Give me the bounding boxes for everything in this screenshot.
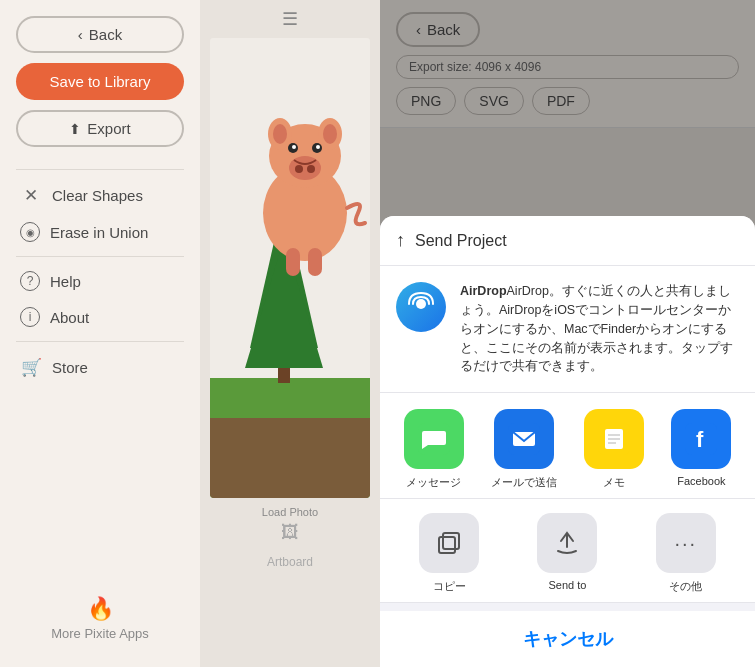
sidebar-item-erase-union[interactable]: ◉ Erase in Union <box>16 214 184 250</box>
right-panel: ‹ Back Export size: 4096 x 4096 PNG SVG … <box>380 0 755 667</box>
main-canvas-area: ☰ <box>200 0 380 667</box>
sendto-label: Send to <box>549 579 587 591</box>
clear-shapes-icon: ✕ <box>20 184 42 206</box>
load-photo-icon: 🖼 <box>281 522 299 543</box>
cancel-button[interactable]: キャンセル <box>380 611 755 667</box>
sidebar-item-store[interactable]: 🛒 Store <box>16 348 184 386</box>
mail-icon <box>494 409 554 469</box>
send-project-row[interactable]: ↑ Send Project <box>380 216 755 266</box>
messages-icon <box>404 409 464 469</box>
airdrop-rings-icon <box>407 290 435 324</box>
other-icon: ··· <box>656 513 716 573</box>
sidebar-item-clear-shapes[interactable]: ✕ Clear Shapes <box>16 176 184 214</box>
svg-point-13 <box>295 165 303 173</box>
share-apps-row: メッセージ メールで送信 メモ f <box>380 393 755 499</box>
svg-text:f: f <box>696 427 704 452</box>
sidebar-item-help[interactable]: ? Help <box>16 263 184 299</box>
divider-3 <box>16 341 184 342</box>
svg-point-17 <box>292 145 296 149</box>
copy-icon <box>419 513 479 573</box>
share-sendto[interactable]: Send to <box>537 513 597 594</box>
notes-label: メモ <box>603 475 625 490</box>
facebook-icon: f <box>671 409 731 469</box>
send-project-label: Send Project <box>415 232 507 250</box>
airdrop-header: AirDropAirDrop。すぐに近くの人と共有しましょう。AirDropをi… <box>380 266 755 393</box>
store-icon: 🛒 <box>20 356 42 378</box>
share-app-notes[interactable]: メモ <box>584 409 644 490</box>
sidebar: ‹ Back Save to Library ⬆ Export ✕ Clear … <box>0 0 200 667</box>
help-icon: ? <box>20 271 40 291</box>
export-button[interactable]: ⬆ Export <box>16 110 184 147</box>
share-sheet-overlay: ↑ Send Project AirDropAirDrop。すぐに近くの人と共有 <box>380 0 755 667</box>
facebook-label: Facebook <box>677 475 725 487</box>
divider-2 <box>16 256 184 257</box>
svg-point-11 <box>323 124 337 144</box>
share-more-row: コピー Send to ··· その他 <box>380 499 755 603</box>
messages-label: メッセージ <box>406 475 461 490</box>
svg-point-14 <box>307 165 315 173</box>
other-label: その他 <box>669 579 702 594</box>
sidebar-bottom: 🔥 More Pixite Apps <box>16 596 184 651</box>
erase-union-icon: ◉ <box>20 222 40 242</box>
hamburger-icon-main[interactable]: ☰ <box>282 8 298 30</box>
pig-illustration <box>210 38 370 498</box>
pixite-icon: 🔥 <box>87 596 114 622</box>
svg-point-12 <box>289 156 321 180</box>
more-apps-label: More Pixite Apps <box>51 626 149 641</box>
divider-1 <box>16 169 184 170</box>
share-other[interactable]: ··· その他 <box>656 513 716 594</box>
notes-icon <box>584 409 644 469</box>
back-button[interactable]: ‹ Back <box>16 16 184 53</box>
about-icon: i <box>20 307 40 327</box>
export-icon: ⬆ <box>69 121 81 137</box>
chevron-left-icon: ‹ <box>78 26 83 43</box>
share-sheet: ↑ Send Project AirDropAirDrop。すぐに近くの人と共有 <box>380 216 755 667</box>
load-photo-label: Load Photo <box>262 506 318 518</box>
svg-point-35 <box>416 299 426 309</box>
share-app-mail[interactable]: メールで送信 <box>491 409 557 490</box>
send-project-icon: ↑ <box>396 230 405 251</box>
share-app-messages[interactable]: メッセージ <box>404 409 464 490</box>
svg-rect-19 <box>286 248 300 276</box>
svg-rect-2 <box>210 418 370 498</box>
artboard-label: Artboard <box>200 551 380 573</box>
share-app-facebook[interactable]: f Facebook <box>671 409 731 490</box>
share-copy[interactable]: コピー <box>419 513 479 594</box>
svg-point-18 <box>316 145 320 149</box>
copy-label: コピー <box>433 579 466 594</box>
save-to-library-button[interactable]: Save to Library <box>16 63 184 100</box>
sidebar-item-about[interactable]: i About <box>16 299 184 335</box>
airdrop-description: AirDropAirDrop。すぐに近くの人と共有しましょう。AirDropをi… <box>460 282 739 376</box>
sendto-icon <box>537 513 597 573</box>
svg-point-10 <box>273 124 287 144</box>
airdrop-icon <box>396 282 446 332</box>
svg-rect-46 <box>439 537 455 553</box>
svg-rect-20 <box>308 248 322 276</box>
load-photo-area[interactable]: Load Photo 🖼 <box>200 498 380 551</box>
mail-label: メールで送信 <box>491 475 557 490</box>
svg-rect-47 <box>443 533 459 549</box>
